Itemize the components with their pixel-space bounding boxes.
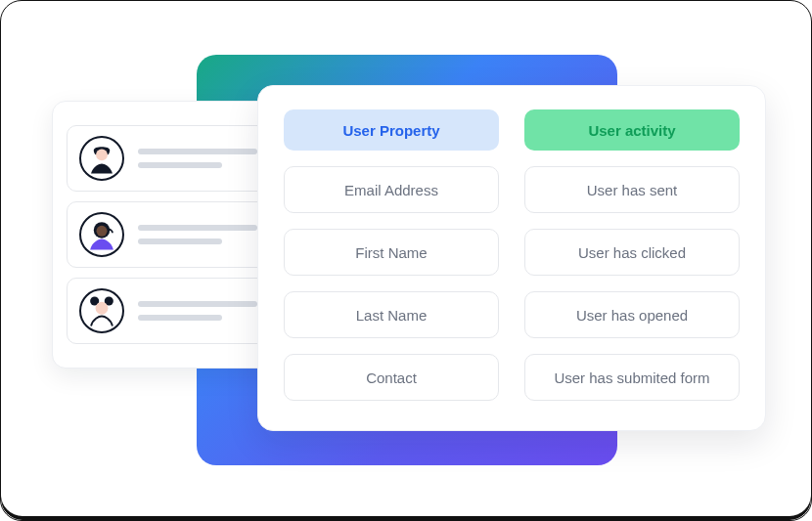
activity-option[interactable]: User has submited form (524, 354, 740, 401)
activity-option[interactable]: User has sent (524, 166, 740, 213)
avatar (79, 288, 124, 333)
svg-point-1 (96, 149, 108, 160)
placeholder-line (138, 315, 222, 321)
svg-point-8 (96, 302, 109, 315)
options-card: User Property Email Address First Name L… (257, 85, 766, 431)
svg-point-4 (97, 226, 108, 237)
user-property-column: User Property Email Address First Name L… (284, 109, 499, 401)
placeholder-line (138, 301, 257, 307)
avatar (79, 136, 124, 181)
stage: User Property Email Address First Name L… (0, 0, 812, 521)
placeholder-line (138, 162, 222, 168)
property-option[interactable]: First Name (284, 229, 499, 276)
user-activity-column: User activity User has sent User has cli… (524, 109, 740, 401)
avatar (79, 212, 124, 257)
column-header-user-property[interactable]: User Property (284, 109, 499, 151)
placeholder-line (138, 225, 257, 231)
activity-option[interactable]: User has clicked (524, 229, 740, 276)
column-header-user-activity[interactable]: User activity (524, 109, 740, 151)
property-option[interactable]: Contact (284, 354, 499, 401)
property-option[interactable]: Last Name (284, 291, 499, 338)
placeholder-line (138, 149, 257, 154)
activity-option[interactable]: User has opened (524, 291, 740, 338)
placeholder-line (138, 239, 222, 244)
property-option[interactable]: Email Address (284, 166, 499, 213)
